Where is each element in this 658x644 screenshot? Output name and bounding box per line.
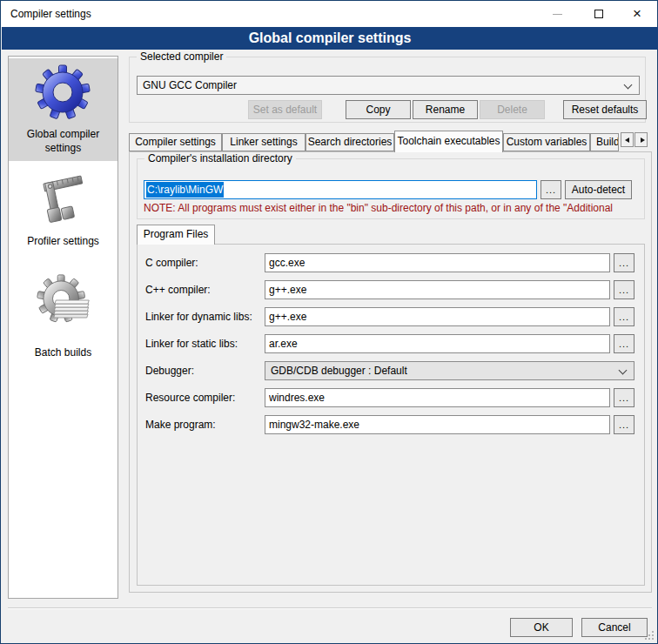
- browse-directory-button[interactable]: ...: [540, 180, 561, 199]
- sidebar-item-label: Profiler settings: [9, 234, 118, 248]
- maximize-icon: [594, 10, 603, 18]
- tab-compiler-settings[interactable]: Compiler settings: [129, 133, 222, 151]
- make-program-input[interactable]: [265, 415, 610, 434]
- cpp-compiler-input[interactable]: [265, 280, 610, 299]
- make-program-label: Make program:: [145, 419, 216, 431]
- cpp-compiler-browse-button[interactable]: ...: [614, 280, 634, 299]
- footer-divider: [8, 607, 652, 609]
- cpp-compiler-label: C++ compiler:: [145, 284, 211, 296]
- set-as-default-button[interactable]: Set as default: [248, 100, 322, 119]
- c-compiler-input[interactable]: [265, 253, 610, 272]
- resource-compiler-browse-button[interactable]: ...: [614, 388, 634, 407]
- page-title: Global compiler settings: [2, 27, 658, 50]
- tab-custom-variables[interactable]: Custom variables: [503, 133, 590, 151]
- close-button[interactable]: ×: [622, 1, 652, 27]
- linker-dynamic-browse-button[interactable]: ...: [614, 307, 634, 326]
- sidebar-item-batch-builds[interactable]: Batch builds: [9, 271, 118, 366]
- chevron-down-icon: [619, 366, 628, 375]
- sidebar-item-label: Batch builds: [9, 345, 118, 359]
- selected-compiler-group: Selected compiler GNU GCC Compiler Set a…: [129, 57, 646, 123]
- linker-dynamic-input[interactable]: [265, 307, 610, 326]
- ok-button[interactable]: OK: [510, 618, 573, 637]
- tab-linker-settings[interactable]: Linker settings: [222, 133, 306, 151]
- copy-button[interactable]: Copy: [346, 100, 411, 119]
- resource-compiler-input[interactable]: [265, 388, 610, 407]
- chevron-down-icon: [624, 81, 633, 90]
- rename-button[interactable]: Rename: [413, 100, 478, 119]
- arrow-left-icon: [625, 138, 629, 143]
- auto-detect-button[interactable]: Auto-detect: [565, 180, 632, 199]
- settings-sidebar: Global compiler settings: [8, 56, 118, 599]
- linker-static-input[interactable]: [265, 334, 610, 353]
- tab-toolchain-executables[interactable]: Toolchain executables: [394, 131, 503, 152]
- maximize-button[interactable]: [584, 1, 614, 27]
- sidebar-item-global-compiler-settings[interactable]: Global compiler settings: [9, 58, 118, 161]
- note-text: NOTE: All programs must exist either in …: [144, 202, 643, 214]
- delete-button[interactable]: Delete: [480, 100, 545, 119]
- titlebar: Compiler settings ×: [1, 1, 657, 27]
- sidebar-item-profiler-settings[interactable]: Profiler settings: [9, 168, 118, 255]
- tab-program-files[interactable]: Program Files: [137, 225, 215, 245]
- compiler-select-value: GNU GCC Compiler: [143, 79, 237, 91]
- make-program-browse-button[interactable]: ...: [614, 415, 634, 434]
- cancel-button[interactable]: Cancel: [581, 618, 648, 637]
- tab-build-options[interactable]: Build options: [590, 133, 619, 151]
- selected-compiler-group-label: Selected compiler: [137, 50, 226, 63]
- blue-gear-icon: [35, 64, 91, 120]
- minimize-button[interactable]: [542, 1, 572, 27]
- sidebar-item-label: Global compiler settings: [9, 127, 118, 155]
- c-compiler-browse-button[interactable]: ...: [614, 253, 634, 272]
- linker-dynamic-label: Linker for dynamic libs:: [145, 311, 252, 323]
- window-title: Compiler settings: [10, 8, 91, 20]
- debugger-select[interactable]: GDB/CDB debugger : Default: [265, 361, 634, 380]
- installation-directory-group-label: Compiler's installation directory: [144, 152, 296, 164]
- debugger-select-value: GDB/CDB debugger : Default: [271, 365, 407, 377]
- compiler-select[interactable]: GNU GCC Compiler: [137, 76, 640, 95]
- caliper-icon: [35, 171, 91, 227]
- tab-scroll-left-button[interactable]: [621, 132, 634, 147]
- debugger-label: Debugger:: [145, 365, 194, 377]
- linker-static-label: Linker for static libs:: [145, 338, 238, 350]
- gray-gear-stack-icon: [35, 274, 91, 330]
- reset-defaults-button[interactable]: Reset defaults: [563, 100, 647, 119]
- resource-compiler-label: Resource compiler:: [145, 392, 235, 404]
- arrow-right-icon: [641, 138, 645, 143]
- tab-search-directories[interactable]: Search directories: [306, 133, 394, 151]
- installation-directory-input[interactable]: C:\raylib\MinGW: [144, 180, 537, 199]
- linker-static-browse-button[interactable]: ...: [614, 334, 634, 353]
- c-compiler-label: C compiler:: [145, 257, 198, 269]
- tab-scroll-right-button[interactable]: [634, 132, 648, 147]
- compiler-settings-dialog: Compiler settings × Global compiler sett…: [0, 0, 658, 644]
- minimize-icon: [553, 14, 562, 15]
- resize-grip[interactable]: [645, 631, 654, 640]
- selected-text: C:\raylib\MinGW: [146, 182, 224, 198]
- close-icon: ×: [622, 1, 652, 27]
